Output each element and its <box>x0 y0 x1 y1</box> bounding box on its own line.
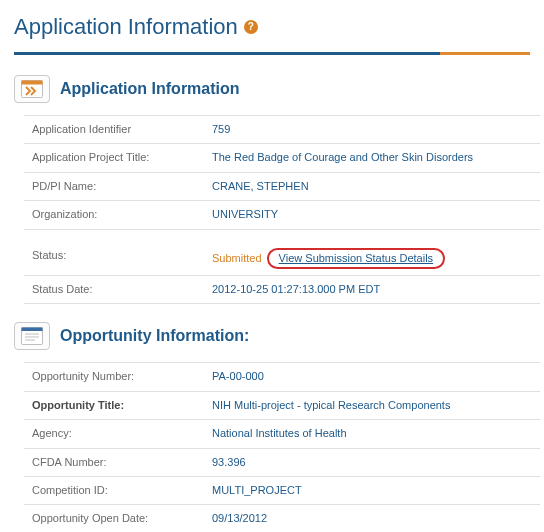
label: Organization: <box>24 201 204 229</box>
value: National Institutes of Health <box>204 420 540 448</box>
row-competition-id: Competition ID: MULTI_PROJECT <box>24 476 540 504</box>
row-status: Status: Submitted View Submission Status… <box>24 242 540 276</box>
status-details-callout: View Submission Status Details <box>267 248 445 269</box>
row-organization: Organization: UNIVERSITY <box>24 201 540 229</box>
accent-divider <box>14 52 530 55</box>
row-project-title: Application Project Title: The Red Badge… <box>24 144 540 172</box>
document-icon <box>14 322 50 350</box>
label: PD/PI Name: <box>24 172 204 200</box>
row-open-date: Opportunity Open Date: 09/13/2012 <box>24 505 540 532</box>
section-title: Opportunity Information: <box>60 327 249 345</box>
opportunity-information-section: Opportunity Information: Opportunity Num… <box>14 322 530 532</box>
section-title: Application Information <box>60 80 240 98</box>
label: Opportunity Open Date: <box>24 505 204 532</box>
row-opportunity-number: Opportunity Number: PA-00-000 <box>24 363 540 391</box>
label: Competition ID: <box>24 476 204 504</box>
page-title: Application Information ? <box>14 14 530 40</box>
row-opportunity-title: Opportunity Title: NIH Multi-project - t… <box>24 391 540 419</box>
status-value: Submitted <box>212 252 262 264</box>
label: Opportunity Number: <box>24 363 204 391</box>
value: MULTI_PROJECT <box>204 476 540 504</box>
section-header: Application Information <box>14 75 530 103</box>
label: Status: <box>24 242 204 276</box>
label: Agency: <box>24 420 204 448</box>
label: Application Project Title: <box>24 144 204 172</box>
value: 2012-10-25 01:27:13.000 PM EDT <box>204 275 540 303</box>
value: Submitted View Submission Status Details <box>204 242 540 276</box>
chevron-icon <box>14 75 50 103</box>
svg-rect-1 <box>22 81 43 85</box>
opportunity-info-table: Opportunity Number: PA-00-000 Opportunit… <box>24 362 540 532</box>
value: PA-00-000 <box>204 363 540 391</box>
label: Opportunity Title: <box>24 391 204 419</box>
application-information-section: Application Information Application Iden… <box>14 75 530 304</box>
value: 93.396 <box>204 448 540 476</box>
label: Application Identifier <box>24 116 204 144</box>
value: 09/13/2012 <box>204 505 540 532</box>
row-app-identifier: Application Identifier 759 <box>24 116 540 144</box>
help-icon[interactable]: ? <box>244 20 258 34</box>
value: CRANE, STEPHEN <box>204 172 540 200</box>
value: UNIVERSITY <box>204 201 540 229</box>
value: 759 <box>204 116 540 144</box>
application-info-table: Application Identifier 759 Application P… <box>24 115 540 304</box>
row-pdpi-name: PD/PI Name: CRANE, STEPHEN <box>24 172 540 200</box>
section-header: Opportunity Information: <box>14 322 530 350</box>
label: Status Date: <box>24 275 204 303</box>
svg-rect-3 <box>22 328 43 332</box>
row-agency: Agency: National Institutes of Health <box>24 420 540 448</box>
value: The Red Badge of Courage and Other Skin … <box>204 144 540 172</box>
label: CFDA Number: <box>24 448 204 476</box>
row-cfda-number: CFDA Number: 93.396 <box>24 448 540 476</box>
row-status-date: Status Date: 2012-10-25 01:27:13.000 PM … <box>24 275 540 303</box>
page-title-text: Application Information <box>14 14 238 40</box>
view-submission-status-details-link[interactable]: View Submission Status Details <box>279 252 433 264</box>
value: NIH Multi-project - typical Research Com… <box>204 391 540 419</box>
